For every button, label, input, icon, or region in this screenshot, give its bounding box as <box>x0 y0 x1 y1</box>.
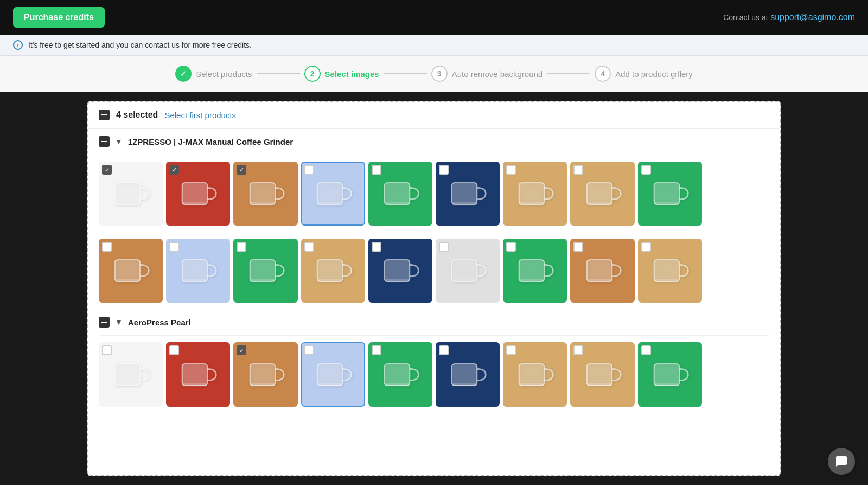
image-item[interactable] <box>301 239 365 303</box>
image-item[interactable] <box>503 239 567 303</box>
info-bar: i It's free to get started and you can c… <box>0 35 868 56</box>
image-item[interactable] <box>99 342 163 406</box>
image-item[interactable] <box>638 342 702 406</box>
image-item[interactable] <box>436 342 500 406</box>
contact-label: Contact us at <box>723 13 768 22</box>
image-item[interactable] <box>99 239 163 303</box>
svg-rect-38 <box>317 279 342 282</box>
mug-thumbnail <box>302 343 364 405</box>
image-item[interactable] <box>233 162 297 226</box>
product-1-row-1 <box>99 155 769 232</box>
image-item[interactable] <box>436 239 500 303</box>
image-item[interactable] <box>368 239 432 303</box>
svg-rect-57 <box>182 364 208 386</box>
svg-rect-12 <box>385 183 410 204</box>
svg-rect-60 <box>250 364 275 386</box>
image-item[interactable] <box>570 342 634 406</box>
image-item[interactable] <box>166 342 230 406</box>
svg-rect-8 <box>250 202 275 205</box>
mug-thumbnail <box>234 240 296 301</box>
svg-rect-32 <box>182 279 208 282</box>
image-item[interactable] <box>166 162 230 226</box>
deselect-all-button[interactable] <box>99 110 110 120</box>
svg-rect-54 <box>115 364 141 386</box>
mug-thumbnail <box>504 163 566 224</box>
product-1-row-2 <box>99 232 769 309</box>
image-item[interactable] <box>301 162 365 226</box>
step-2[interactable]: 2 Select images <box>304 66 379 82</box>
bottom-nav: Next Previous <box>0 485 868 488</box>
step-3: 3 Auto remove background <box>431 66 543 82</box>
image-item[interactable] <box>301 342 365 406</box>
svg-rect-41 <box>385 279 410 282</box>
chat-bubble-button[interactable] <box>828 448 855 475</box>
product-2-chevron-icon[interactable]: ▼ <box>115 318 123 326</box>
image-item[interactable] <box>638 162 702 226</box>
svg-rect-77 <box>586 383 612 386</box>
product-section-2: ▼ AeroPress Pearl <box>88 309 780 413</box>
mug-thumbnail <box>437 163 499 224</box>
image-item[interactable] <box>570 239 634 303</box>
step-1[interactable]: ✓ Select products <box>175 66 252 82</box>
image-item[interactable] <box>570 162 634 226</box>
image-item[interactable] <box>368 162 432 226</box>
image-item[interactable] <box>503 162 567 226</box>
product-2-header: ▼ AeroPress Pearl <box>99 309 769 336</box>
svg-rect-20 <box>519 202 545 205</box>
svg-rect-39 <box>385 260 410 281</box>
product-section-1: ▼ 1ZPRESSO | J-MAX Manual Coffee Grinder <box>88 129 780 309</box>
svg-rect-24 <box>654 183 679 204</box>
contact-email-address[interactable]: support@asgimo.com <box>770 12 855 22</box>
svg-rect-74 <box>519 383 545 386</box>
svg-rect-17 <box>452 202 477 205</box>
svg-rect-47 <box>519 279 545 282</box>
main-content: 4 selected Select first products ▼ 1ZPRE… <box>0 92 868 485</box>
mug-thumbnail <box>639 163 701 224</box>
image-item[interactable] <box>503 342 567 406</box>
svg-rect-35 <box>250 279 275 282</box>
product-1-header: ▼ 1ZPRESSO | J-MAX Manual Coffee Grinder <box>99 129 769 155</box>
svg-rect-6 <box>250 183 275 204</box>
mug-thumbnail <box>234 343 296 405</box>
step-2-circle: 2 <box>304 66 321 82</box>
mug-thumbnail <box>167 163 229 224</box>
svg-rect-51 <box>654 260 679 281</box>
product-2-title: AeroPress Pearl <box>128 318 191 327</box>
svg-rect-23 <box>586 202 612 205</box>
content-card: 4 selected Select first products ▼ 1ZPRE… <box>87 101 781 476</box>
select-first-products-link[interactable]: Select first products <box>164 111 236 120</box>
svg-rect-80 <box>654 383 679 386</box>
mug-thumbnail <box>234 163 296 224</box>
svg-rect-62 <box>250 383 275 386</box>
step-4-circle: 4 <box>595 66 611 82</box>
purchase-credits-button[interactable]: Purchase credits <box>13 7 105 28</box>
product-1-chevron-icon[interactable]: ▼ <box>115 137 123 146</box>
step-4: 4 Add to product grllery <box>595 66 693 82</box>
mug-thumbnail <box>504 343 566 405</box>
mug-thumbnail <box>369 163 431 224</box>
image-item[interactable] <box>436 162 500 226</box>
mug-thumbnail <box>504 240 566 301</box>
step-divider-3 <box>547 73 590 74</box>
image-item[interactable] <box>368 342 432 406</box>
product-1-deselect-button[interactable] <box>99 136 110 147</box>
svg-rect-26 <box>654 202 679 205</box>
mug-thumbnail <box>571 163 633 224</box>
svg-rect-36 <box>317 260 342 281</box>
svg-rect-15 <box>452 183 477 204</box>
svg-rect-71 <box>452 383 477 386</box>
svg-rect-53 <box>654 279 679 282</box>
image-item[interactable] <box>99 162 163 226</box>
step-3-label: Auto remove background <box>452 69 543 79</box>
svg-rect-45 <box>519 260 545 281</box>
image-item[interactable] <box>233 239 297 303</box>
mug-thumbnail <box>167 240 229 301</box>
product-2-deselect-button[interactable] <box>99 317 110 328</box>
image-item[interactable] <box>233 342 297 406</box>
image-item[interactable] <box>638 239 702 303</box>
mug-thumbnail <box>639 343 701 405</box>
header: Purchase credits Contact us at support@a… <box>0 0 868 35</box>
image-item[interactable] <box>166 239 230 303</box>
svg-rect-78 <box>654 364 679 386</box>
product-2-row-1 <box>99 336 769 413</box>
